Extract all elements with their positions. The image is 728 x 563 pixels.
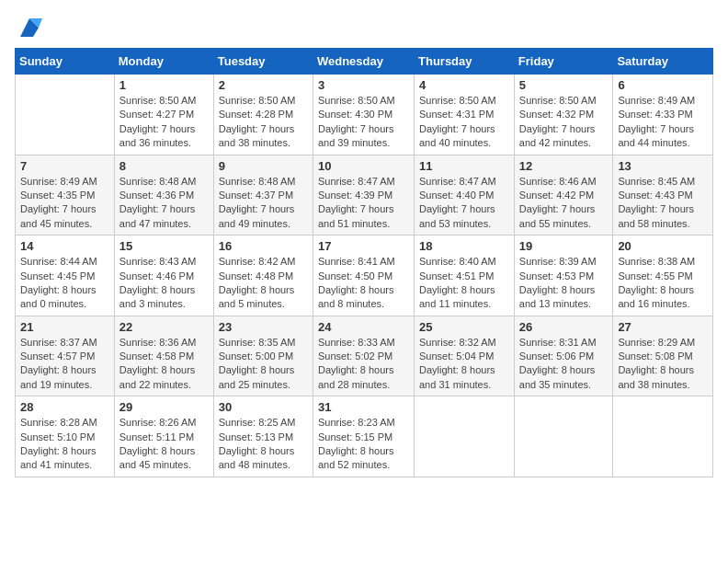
day-number: 10 (318, 159, 409, 173)
day-number: 30 (219, 400, 308, 414)
calendar-cell: 19Sunrise: 8:39 AMSunset: 4:53 PMDayligh… (514, 236, 613, 316)
calendar-cell: 9Sunrise: 8:48 AMSunset: 4:37 PMDaylight… (213, 155, 313, 236)
weekday-header-friday: Friday (514, 49, 613, 75)
day-info: Sunrise: 8:50 AMSunset: 4:27 PMDaylight:… (119, 94, 209, 151)
day-number: 16 (219, 239, 308, 253)
calendar-cell: 4Sunrise: 8:50 AMSunset: 4:31 PMDaylight… (415, 75, 515, 155)
day-info: Sunrise: 8:23 AMSunset: 5:15 PMDaylight:… (318, 416, 409, 473)
day-info: Sunrise: 8:50 AMSunset: 4:31 PMDaylight:… (419, 94, 509, 151)
calendar-cell: 1Sunrise: 8:50 AMSunset: 4:27 PMDaylight… (114, 75, 213, 155)
day-number: 29 (119, 400, 209, 414)
day-info: Sunrise: 8:50 AMSunset: 4:30 PMDaylight:… (318, 94, 409, 151)
calendar-cell: 21Sunrise: 8:37 AMSunset: 4:57 PMDayligh… (16, 316, 115, 396)
day-number: 21 (20, 320, 109, 334)
day-number: 19 (519, 239, 609, 253)
calendar-cell: 6Sunrise: 8:49 AMSunset: 4:33 PMDaylight… (613, 75, 713, 155)
calendar-cell: 29Sunrise: 8:26 AMSunset: 5:11 PMDayligh… (114, 396, 213, 477)
calendar-cell: 15Sunrise: 8:43 AMSunset: 4:46 PMDayligh… (114, 236, 213, 316)
day-info: Sunrise: 8:50 AMSunset: 4:28 PMDaylight:… (219, 94, 308, 151)
day-info: Sunrise: 8:25 AMSunset: 5:13 PMDaylight:… (219, 416, 308, 473)
day-number: 3 (318, 78, 409, 92)
calendar-cell: 30Sunrise: 8:25 AMSunset: 5:13 PMDayligh… (213, 396, 313, 477)
calendar-week-row: 28Sunrise: 8:28 AMSunset: 5:10 PMDayligh… (16, 396, 713, 477)
day-info: Sunrise: 8:50 AMSunset: 4:32 PMDaylight:… (519, 94, 609, 151)
page-header (15, 15, 713, 40)
day-info: Sunrise: 8:48 AMSunset: 4:37 PMDaylight:… (219, 175, 308, 232)
day-number: 5 (519, 78, 609, 92)
day-info: Sunrise: 8:41 AMSunset: 4:50 PMDaylight:… (318, 255, 409, 312)
day-info: Sunrise: 8:47 AMSunset: 4:40 PMDaylight:… (419, 175, 509, 232)
day-info: Sunrise: 8:33 AMSunset: 5:02 PMDaylight:… (318, 336, 409, 393)
day-info: Sunrise: 8:38 AMSunset: 4:55 PMDaylight:… (618, 255, 708, 312)
calendar-cell: 25Sunrise: 8:32 AMSunset: 5:04 PMDayligh… (415, 316, 515, 396)
calendar-cell: 22Sunrise: 8:36 AMSunset: 4:58 PMDayligh… (114, 316, 213, 396)
weekday-header-wednesday: Wednesday (313, 49, 414, 75)
day-info: Sunrise: 8:48 AMSunset: 4:36 PMDaylight:… (119, 175, 209, 232)
calendar-cell (613, 396, 713, 477)
day-info: Sunrise: 8:32 AMSunset: 5:04 PMDaylight:… (419, 336, 509, 393)
day-info: Sunrise: 8:42 AMSunset: 4:48 PMDaylight:… (219, 255, 308, 312)
day-info: Sunrise: 8:47 AMSunset: 4:39 PMDaylight:… (318, 175, 409, 232)
calendar-cell (514, 396, 613, 477)
logo-icon (17, 15, 42, 40)
calendar-cell: 11Sunrise: 8:47 AMSunset: 4:40 PMDayligh… (415, 155, 515, 236)
day-number: 22 (119, 320, 209, 334)
day-number: 8 (119, 159, 209, 173)
day-number: 27 (618, 320, 708, 334)
day-number: 6 (618, 78, 708, 92)
day-number: 24 (318, 320, 409, 334)
day-number: 20 (618, 239, 708, 253)
day-number: 2 (219, 78, 308, 92)
calendar-cell: 10Sunrise: 8:47 AMSunset: 4:39 PMDayligh… (313, 155, 414, 236)
day-info: Sunrise: 8:31 AMSunset: 5:06 PMDaylight:… (519, 336, 609, 393)
calendar-cell: 7Sunrise: 8:49 AMSunset: 4:35 PMDaylight… (16, 155, 115, 236)
day-number: 23 (219, 320, 308, 334)
calendar-cell: 18Sunrise: 8:40 AMSunset: 4:51 PMDayligh… (415, 236, 515, 316)
calendar-week-row: 14Sunrise: 8:44 AMSunset: 4:45 PMDayligh… (16, 236, 713, 316)
calendar-table: SundayMondayTuesdayWednesdayThursdayFrid… (15, 48, 713, 477)
day-info: Sunrise: 8:28 AMSunset: 5:10 PMDaylight:… (20, 416, 109, 473)
weekday-header-tuesday: Tuesday (213, 49, 313, 75)
day-number: 15 (119, 239, 209, 253)
calendar-cell: 26Sunrise: 8:31 AMSunset: 5:06 PMDayligh… (514, 316, 613, 396)
day-number: 13 (618, 159, 708, 173)
calendar-week-row: 21Sunrise: 8:37 AMSunset: 4:57 PMDayligh… (16, 316, 713, 396)
calendar-week-row: 1Sunrise: 8:50 AMSunset: 4:27 PMDaylight… (16, 75, 713, 155)
calendar-cell (16, 75, 115, 155)
day-info: Sunrise: 8:39 AMSunset: 4:53 PMDaylight:… (519, 255, 609, 312)
calendar-cell: 17Sunrise: 8:41 AMSunset: 4:50 PMDayligh… (313, 236, 414, 316)
weekday-header-thursday: Thursday (415, 49, 515, 75)
calendar-cell (415, 396, 515, 477)
calendar-week-row: 7Sunrise: 8:49 AMSunset: 4:35 PMDaylight… (16, 155, 713, 236)
day-info: Sunrise: 8:37 AMSunset: 4:57 PMDaylight:… (20, 336, 109, 393)
day-info: Sunrise: 8:40 AMSunset: 4:51 PMDaylight:… (419, 255, 509, 312)
weekday-header-row: SundayMondayTuesdayWednesdayThursdayFrid… (16, 49, 713, 75)
calendar-body: 1Sunrise: 8:50 AMSunset: 4:27 PMDaylight… (16, 75, 713, 477)
day-info: Sunrise: 8:43 AMSunset: 4:46 PMDaylight:… (119, 255, 209, 312)
day-number: 25 (419, 320, 509, 334)
day-number: 12 (519, 159, 609, 173)
day-number: 11 (419, 159, 509, 173)
weekday-header-monday: Monday (114, 49, 213, 75)
calendar-cell: 14Sunrise: 8:44 AMSunset: 4:45 PMDayligh… (16, 236, 115, 316)
day-number: 17 (318, 239, 409, 253)
day-number: 4 (419, 78, 509, 92)
day-number: 14 (20, 239, 109, 253)
day-info: Sunrise: 8:44 AMSunset: 4:45 PMDaylight:… (20, 255, 109, 312)
day-info: Sunrise: 8:36 AMSunset: 4:58 PMDaylight:… (119, 336, 209, 393)
calendar-cell: 20Sunrise: 8:38 AMSunset: 4:55 PMDayligh… (613, 236, 713, 316)
calendar-cell: 8Sunrise: 8:48 AMSunset: 4:36 PMDaylight… (114, 155, 213, 236)
day-info: Sunrise: 8:45 AMSunset: 4:43 PMDaylight:… (618, 175, 708, 232)
day-number: 18 (419, 239, 509, 253)
calendar-header: SundayMondayTuesdayWednesdayThursdayFrid… (16, 49, 713, 75)
day-number: 9 (219, 159, 308, 173)
day-number: 28 (20, 400, 109, 414)
calendar-cell: 5Sunrise: 8:50 AMSunset: 4:32 PMDaylight… (514, 75, 613, 155)
calendar-cell: 3Sunrise: 8:50 AMSunset: 4:30 PMDaylight… (313, 75, 414, 155)
calendar-cell: 31Sunrise: 8:23 AMSunset: 5:15 PMDayligh… (313, 396, 414, 477)
weekday-header-saturday: Saturday (613, 49, 713, 75)
day-info: Sunrise: 8:46 AMSunset: 4:42 PMDaylight:… (519, 175, 609, 232)
day-info: Sunrise: 8:26 AMSunset: 5:11 PMDaylight:… (119, 416, 209, 473)
calendar-cell: 27Sunrise: 8:29 AMSunset: 5:08 PMDayligh… (613, 316, 713, 396)
day-info: Sunrise: 8:35 AMSunset: 5:00 PMDaylight:… (219, 336, 308, 393)
